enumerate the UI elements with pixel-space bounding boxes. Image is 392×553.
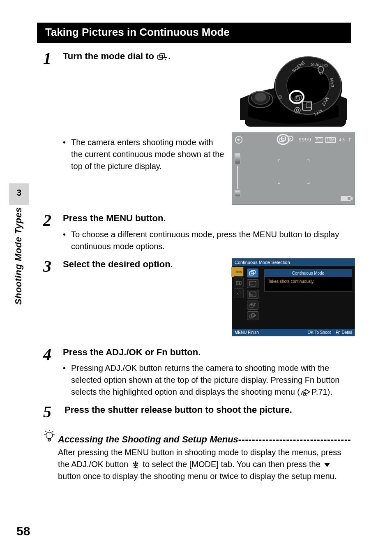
lcd2-option-speed2 — [247, 311, 258, 320]
focus-bracket-br: ⌟ — [307, 177, 310, 185]
lcd2-tab-setup — [234, 288, 244, 298]
bullet-dot: • — [63, 229, 71, 252]
step-number: 1 — [43, 50, 63, 67]
lcd-size: 10M — [325, 137, 336, 143]
continuous-mode-icon — [157, 53, 167, 60]
step-number: 3 — [43, 258, 63, 275]
lcd2-panel-text: Takes shots continuously. — [265, 277, 352, 286]
lcd-quality: F — [348, 137, 352, 143]
step-5-heading: Press the shutter release button to shoo… — [65, 404, 355, 416]
step-1: 1 Turn the mode dial to — [43, 50, 355, 205]
svg-point-49 — [135, 463, 136, 465]
lcd2-option-list: S M — [247, 268, 262, 320]
step-number: 4 — [43, 346, 63, 363]
step-4-bullet-a: Pressing ADJ./OK button returns the came… — [71, 363, 339, 396]
svg-line-42 — [45, 431, 46, 432]
chapter-title: Shooting Mode Types — [13, 207, 24, 305]
down-triangle-icon — [323, 462, 331, 468]
svg-point-50 — [135, 461, 136, 463]
lcd2-title: Continuous Mode Selection — [232, 259, 355, 266]
step-4-bullet-b: P.71). — [311, 387, 332, 396]
step-1-heading-text-b: . — [168, 51, 171, 61]
svg-point-53 — [134, 465, 135, 466]
step-3-heading: Select the desired option. — [63, 258, 225, 271]
lcd2-option-mcont: M — [247, 290, 258, 299]
step-4-heading: Press the ADJ./OK or Fn button. — [63, 346, 355, 359]
chapter-tab: 3 Shooting Mode Types — [9, 183, 29, 323]
svg-text:MODE: MODE — [236, 271, 242, 273]
step-number: 5 — [43, 404, 63, 420]
focus-bracket-tr: ⌝ — [307, 158, 310, 166]
lcd2-option-speed1 — [247, 301, 258, 310]
lcd-preview-1: 9999 SD 10M 4:3 F ⌜ — [232, 132, 355, 205]
focus-bracket-bl: ⌞ — [277, 177, 281, 185]
flower-macro-icon — [131, 461, 140, 469]
svg-text:S: S — [251, 282, 253, 285]
note-dashes: -------------------------------------- — [238, 434, 351, 445]
zoom-scale-icon — [237, 166, 238, 189]
svg-marker-55 — [324, 463, 330, 467]
svg-point-46 — [46, 432, 53, 439]
lcd-shot-counter: 9999 — [298, 137, 312, 143]
svg-point-17 — [255, 93, 266, 102]
svg-point-54 — [136, 465, 138, 466]
step-5: 5 Press the shutter release button to sh… — [43, 404, 355, 420]
svg-rect-9 — [306, 103, 311, 108]
dial-label-my3: MY3 — [330, 78, 335, 87]
step-1-heading-text-a: Turn the mode dial to — [63, 51, 157, 61]
chapter-number: 3 — [9, 183, 29, 205]
lcd2-footer-left: MENU Finish — [235, 330, 259, 335]
lcd2-footer-fn: Fn Detail — [336, 330, 352, 335]
step-2-bullet: To choose a different continuous mode, p… — [71, 229, 355, 252]
svg-point-51 — [133, 463, 134, 464]
svg-rect-29 — [249, 272, 254, 275]
note-text-b: to select the [MODE] tab. You can then p… — [141, 460, 323, 469]
lcd2-panel-title: Continuous Mode — [265, 270, 352, 277]
lcd-sd-icon: SD — [315, 137, 323, 143]
section-title: Taking Pictures in Continuous Mode — [37, 23, 351, 43]
note-heading: Accessing the Shooting and Setup Menus — [58, 434, 238, 445]
note-body: After pressing the MENU button in shooti… — [58, 447, 351, 482]
lcd-ratio: 4:3 — [338, 137, 346, 143]
step-2-heading: Press the MENU button. — [63, 212, 355, 224]
svg-point-21 — [277, 134, 289, 144]
histogram-icon — [235, 153, 240, 164]
mode-dial-figure: S-AUTO SCENE MY3 MY2 MY1 — [232, 50, 355, 130]
step-1-bullet: The camera enters shooting mode with the… — [71, 137, 225, 172]
hand-steady-icon — [235, 136, 243, 144]
step-1-heading: Turn the mode dial to . — [63, 50, 225, 62]
tip-lightbulb-icon — [43, 429, 58, 444]
bullet-dot: • — [63, 362, 71, 398]
battery-icon — [341, 196, 351, 201]
wide-icon — [235, 190, 240, 197]
crossref-icon — [300, 389, 311, 396]
lcd2-tab-mode: MODE — [234, 267, 244, 277]
note-heading-row: Accessing the Shooting and Setup Menus -… — [43, 429, 351, 445]
step-4-bullet: Pressing ADJ./OK button returns the came… — [71, 362, 355, 398]
lcd-menu-figure: Continuous Mode Selection MODE S M — [232, 258, 355, 336]
note-text-c: button once to display the shooting menu… — [58, 472, 337, 481]
lcd2-option-scont: S — [247, 279, 258, 288]
lcd2-info-panel: Continuous Mode Takes shots continuously… — [264, 269, 352, 292]
svg-line-43 — [52, 431, 53, 432]
lcd2-footer: MENU Finish OK To Shoot Fn Detail — [232, 329, 355, 336]
svg-point-18 — [279, 95, 282, 99]
svg-point-52 — [136, 463, 138, 464]
step-number: 2 — [43, 212, 63, 229]
svg-line-40 — [306, 395, 307, 397]
lcd2-tab-camera — [234, 278, 244, 287]
svg-rect-30 — [251, 271, 255, 274]
bullet-dot: • — [63, 137, 71, 172]
continuous-mode-indicator-icon — [277, 134, 295, 146]
focus-bracket-tl: ⌜ — [277, 158, 281, 166]
page-number: 58 — [16, 524, 30, 538]
step-4: 4 Press the ADJ./OK or Fn button. • Pres… — [43, 346, 355, 398]
svg-text:M: M — [250, 293, 253, 296]
step-3: 3 Select the desired option. Continuous … — [43, 258, 355, 336]
lcd2-tabs: MODE — [234, 267, 245, 298]
svg-point-25 — [290, 138, 291, 139]
lcd-left-column — [235, 153, 242, 197]
lcd2-footer-ok: OK To Shoot — [307, 330, 331, 335]
svg-point-28 — [238, 282, 240, 284]
step-2: 2 Press the MENU button. • To choose a d… — [43, 212, 355, 252]
